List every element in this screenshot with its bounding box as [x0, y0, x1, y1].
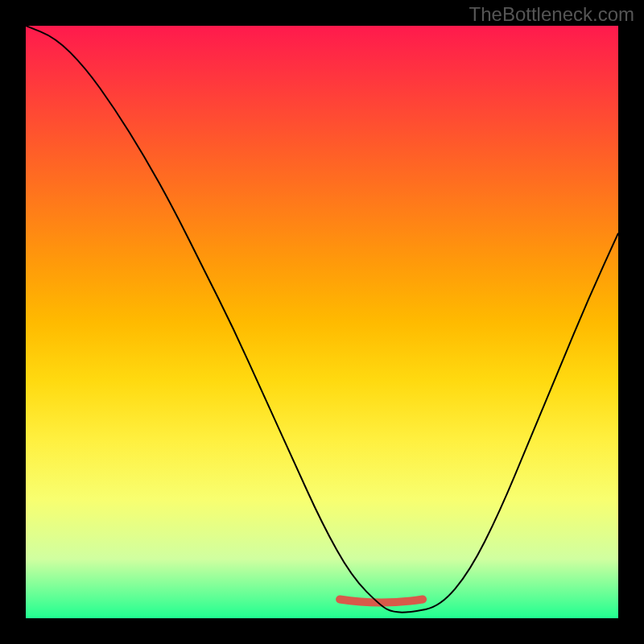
highlight-segment — [340, 600, 423, 603]
chart-svg — [26, 26, 618, 618]
watermark-text: TheBottleneck.com — [469, 3, 634, 26]
plot-area — [26, 26, 618, 618]
bottleneck-curve — [26, 26, 618, 613]
